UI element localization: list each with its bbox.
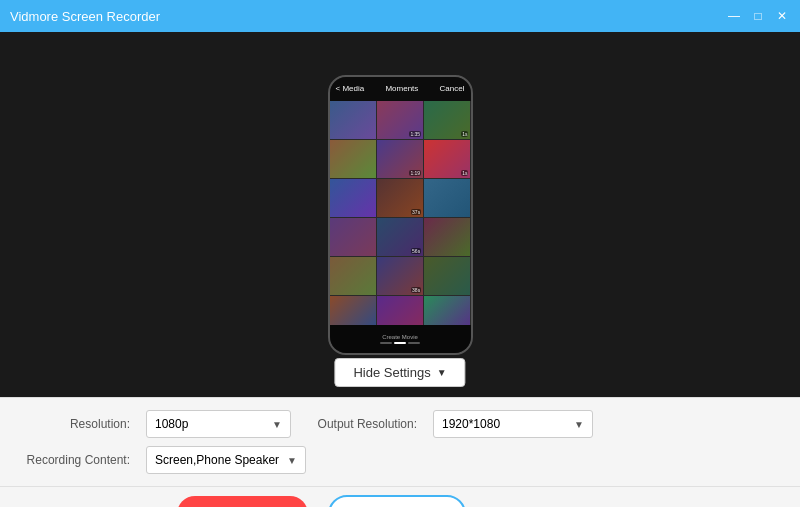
photo-cell xyxy=(377,296,423,325)
phone-bottom-bar: Create Movie xyxy=(330,325,471,353)
scroll-dot-1 xyxy=(380,342,392,344)
title-bar: Vidmore Screen Recorder — □ ✕ xyxy=(0,0,800,32)
resolution-select[interactable]: 1080p ▼ xyxy=(146,410,291,438)
photo-cell: 1s xyxy=(424,140,470,178)
hide-settings-container: Hide Settings ▼ xyxy=(334,358,465,387)
settings-row-2: Recording Content: Screen,Phone Speaker … xyxy=(20,446,780,474)
output-resolution-select[interactable]: 1920*1080 ▼ xyxy=(433,410,593,438)
photo-cell: 1s xyxy=(424,101,470,139)
output-resolution-value: 1920*1080 xyxy=(442,417,500,431)
scroll-dot-3 xyxy=(408,342,420,344)
recording-content-value: Screen,Phone Speaker xyxy=(155,453,279,467)
recording-history-button[interactable]: Recording history xyxy=(486,499,623,507)
window-controls: — □ ✕ xyxy=(726,8,790,24)
settings-row-1: Resolution: 1080p ▼ Output Resolution: 1… xyxy=(20,410,780,438)
photo-cell xyxy=(330,296,376,325)
photo-cell xyxy=(330,218,376,256)
app-title: Vidmore Screen Recorder xyxy=(10,9,726,24)
photo-cell xyxy=(330,179,376,217)
main-preview-area: < Media Moments Cancel 1:351s1:191s37s56… xyxy=(0,32,800,397)
scroll-dot-2 xyxy=(394,342,406,344)
photo-cell: 1:19 xyxy=(377,140,423,178)
photo-cell xyxy=(424,218,470,256)
snapshot-button[interactable]: SnapShot xyxy=(328,495,466,507)
minimize-button[interactable]: — xyxy=(726,8,742,24)
create-movie-label: Create Movie xyxy=(382,334,418,340)
resolution-dropdown-icon: ▼ xyxy=(272,419,282,430)
recording-content-label: Recording Content: xyxy=(20,453,130,467)
photo-cell xyxy=(330,257,376,295)
photo-cell: 38s xyxy=(377,257,423,295)
photo-grid: 1:351s1:191s37s56s38s34s xyxy=(330,101,471,325)
photo-cell: 34s xyxy=(424,296,470,325)
maximize-button[interactable]: □ xyxy=(750,8,766,24)
recording-content-select[interactable]: Screen,Phone Speaker ▼ xyxy=(146,446,306,474)
phone-nav-center: Moments xyxy=(385,84,418,93)
close-button[interactable]: ✕ xyxy=(774,8,790,24)
chevron-down-icon: ▼ xyxy=(437,367,447,378)
photo-cell xyxy=(424,257,470,295)
photo-cell: 56s xyxy=(377,218,423,256)
resolution-value: 1080p xyxy=(155,417,188,431)
scroll-indicator xyxy=(380,342,420,344)
phone-mockup: < Media Moments Cancel 1:351s1:191s37s56… xyxy=(328,75,473,355)
phone-nav-back: < Media xyxy=(336,84,365,93)
photo-cell: 1:35 xyxy=(377,101,423,139)
hide-settings-label: Hide Settings xyxy=(353,365,430,380)
settings-area: Resolution: 1080p ▼ Output Resolution: 1… xyxy=(0,397,800,486)
resolution-label: Resolution: xyxy=(20,417,130,431)
photo-cell xyxy=(330,140,376,178)
recording-content-dropdown-icon: ▼ xyxy=(287,455,297,466)
phone-nav-action: Cancel xyxy=(440,84,465,93)
hide-settings-button[interactable]: Hide Settings ▼ xyxy=(334,358,465,387)
output-resolution-label: Output Resolution: xyxy=(307,417,417,431)
output-resolution-dropdown-icon: ▼ xyxy=(574,419,584,430)
photo-cell xyxy=(330,101,376,139)
photo-cell: 37s xyxy=(377,179,423,217)
phone-nav-bar: < Media Moments Cancel xyxy=(330,77,471,101)
photo-cell xyxy=(424,179,470,217)
record-button[interactable]: Record xyxy=(177,496,308,507)
bottom-toolbar: Record SnapShot Recording history xyxy=(0,486,800,507)
